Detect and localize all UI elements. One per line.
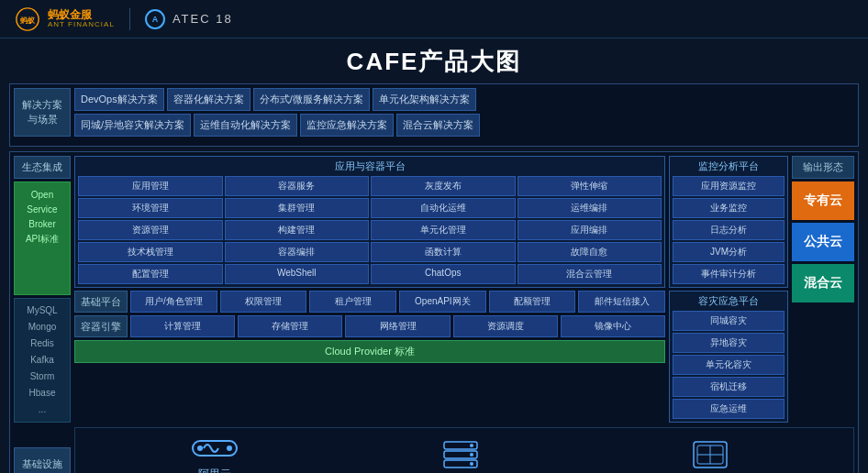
monitor-0: 应用资源监控: [673, 176, 785, 196]
db-list: MySQL Mongo Redis Kafka Storm Hbase ...: [14, 298, 71, 423]
cloud-provider-bar: Cloud Provider 标准: [74, 340, 665, 363]
app-cell-8: 运维编排: [517, 198, 662, 218]
app-cell-14: 容器编排: [225, 242, 370, 262]
sol-devops: DevOps解决方案: [74, 88, 164, 111]
sol-opsauto: 运维自动化解决方案: [194, 114, 297, 137]
svg-point-9: [470, 453, 473, 456]
app-cell-13: 技术栈管理: [78, 242, 223, 262]
container-engine-row: 容器引擎 计算管理 存储管理 网络管理 资源调度 镜像中心: [74, 315, 665, 337]
sol-dr: 同城/异地容灾解决方案: [74, 114, 191, 137]
app-cell-7: 自动化运维: [371, 198, 516, 218]
right-panels: 监控分析平台 应用资源监控 业务监控 日志分析 JVM分析 事件审计分析 容灾应…: [669, 156, 788, 423]
output-hybrid-cloud: 混合云: [792, 264, 854, 302]
header: 蚂蚁 蚂蚁金服 ANT FINANCIAL A ATEC 18: [0, 0, 868, 38]
svg-text:蚂蚁: 蚂蚁: [20, 15, 36, 24]
disaster-title: 容灾应急平台: [673, 294, 785, 308]
infra-physical: 物理机集群: [433, 440, 488, 473]
app-cell-15: 函数计算: [371, 242, 516, 262]
ce-item-1: 存储管理: [238, 315, 342, 337]
infra-section: 基础设施 阿里云 aliyun.com: [14, 427, 854, 473]
ant-brand: 蚂蚁金服: [48, 9, 115, 21]
eco-label: 生态集成: [14, 156, 71, 179]
disaster-2: 单元化容灾: [673, 355, 785, 375]
sol-hybrid: 混合云解决方案: [396, 114, 480, 137]
ant-sub: ANT FINANCIAL: [48, 21, 115, 29]
base-platform-row: 基础平台 用户/角色管理 权限管理 租户管理 OpenAPI网关 配额管理 邮件…: [74, 291, 665, 313]
main-content: 解决方案 与场景 DevOps解决方案 容器化解决方案 分布式/微服务解决方案 …: [0, 83, 868, 473]
middle-section: 生态集成 Open Service Broker API标准 MySQL Mon…: [14, 156, 854, 423]
svg-point-8: [470, 444, 473, 447]
header-divider: [129, 8, 130, 30]
base-platform-items: 用户/角色管理 权限管理 租户管理 OpenAPI网关 配额管理 邮件短信接入: [130, 291, 665, 313]
output-label: 输出形态: [792, 156, 854, 179]
bp-item-3: OpenAPI网关: [399, 291, 486, 313]
app-cell-19: ChatOps: [371, 264, 516, 284]
app-cell-4: 弹性伸缩: [517, 176, 662, 196]
logo-area: 蚂蚁 蚂蚁金服 ANT FINANCIAL A ATEC 18: [15, 6, 233, 32]
output-public-cloud: 公共云: [792, 223, 854, 261]
container-engine-label: 容器引擎: [74, 315, 128, 337]
monitor-4: 事件审计分析: [673, 264, 785, 284]
disaster-0: 同城容灾: [673, 311, 785, 331]
disaster-1: 异地容灾: [673, 333, 785, 353]
app-cell-2: 容器服务: [225, 176, 370, 196]
base-platform-label: 基础平台: [74, 291, 128, 313]
svg-point-4: [227, 446, 232, 451]
bp-item-2: 租户管理: [309, 291, 396, 313]
atec-label: ATEC 18: [172, 12, 233, 26]
ant-financial-icon: 蚂蚁: [15, 6, 40, 32]
disaster-panel: 容灾应急平台 同城容灾 异地容灾 单元化容灾 宿机迁移 应急运维: [669, 291, 788, 423]
monitor-title: 监控分析平台: [673, 160, 785, 173]
container-engine-items: 计算管理 存储管理 网络管理 资源调度 镜像中心: [130, 315, 665, 337]
solutions-grid: DevOps解决方案 容器化解决方案 分布式/微服务解决方案 单元化架构解决方案…: [74, 88, 854, 137]
infra-label: 基础设施: [14, 447, 71, 473]
app-cell-1: 应用管理: [78, 176, 223, 196]
output-private-cloud: 专有云: [792, 182, 854, 220]
infra-items: 阿里云 aliyun.com 物理机集群: [74, 427, 854, 473]
monitor-1: 业务监控: [673, 198, 785, 218]
app-cell-17: 配置管理: [78, 264, 223, 284]
eco-sidebar: 生态集成 Open Service Broker API标准 MySQL Mon…: [14, 156, 71, 423]
sol-microservice: 分布式/微服务解决方案: [253, 88, 370, 111]
ce-item-2: 网络管理: [345, 315, 450, 337]
solutions-section: 解决方案 与场景 DevOps解决方案 容器化解决方案 分布式/微服务解决方案 …: [9, 83, 859, 147]
infra-virtual: 虚拟化平台: [683, 440, 738, 473]
sol-monitor: 监控应急解决方案: [300, 114, 394, 137]
ce-item-4: 镜像中心: [561, 315, 665, 337]
output-sidebar: 输出形态 专有云 公共云 混合云: [792, 156, 854, 423]
disaster-3: 宿机迁移: [673, 377, 785, 397]
monitor-2: 日志分析: [673, 220, 785, 240]
app-cell-9: 资源管理: [78, 220, 223, 240]
app-cell-3: 灰度发布: [371, 176, 516, 196]
app-cell-11: 单元化管理: [371, 220, 516, 240]
ce-item-0: 计算管理: [130, 315, 235, 337]
bp-item-5: 邮件短信接入: [578, 291, 665, 313]
app-grid: 应用管理 容器服务 灰度发布 弹性伸缩 环境管理 集群管理 自动化运维 运维编排…: [78, 176, 662, 284]
bp-item-4: 配额管理: [489, 291, 576, 313]
svg-point-3: [197, 446, 203, 451]
app-cell-10: 构建管理: [225, 220, 370, 240]
page-title: CAFE产品大图: [0, 38, 868, 83]
center-panel: 应用与容器平台 应用管理 容器服务 灰度发布 弹性伸缩 环境管理 集群管理 自动…: [74, 156, 665, 423]
svg-point-10: [470, 462, 473, 466]
physical-cluster-icon: [442, 440, 479, 469]
monitor-grid: 应用资源监控 业务监控 日志分析 JVM分析 事件审计分析: [673, 176, 785, 284]
app-cell-12: 应用编排: [517, 220, 662, 240]
disaster-grid: 同城容灾 异地容灾 单元化容灾 宿机迁移 应急运维: [673, 311, 785, 419]
aliyun-icon: [191, 434, 239, 463]
sol-unitarch: 单元化架构解决方案: [373, 88, 476, 111]
aliyun-text: 阿里云: [198, 467, 231, 473]
disaster-4: 应急运维: [673, 399, 785, 419]
atec-circle-icon: A: [145, 9, 165, 29]
virtual-platform-icon: [692, 440, 729, 469]
monitor-3: JVM分析: [673, 242, 785, 262]
app-cell-6: 集群管理: [225, 198, 370, 218]
solutions-label: 解决方案 与场景: [14, 88, 71, 137]
bp-item-1: 权限管理: [220, 291, 307, 313]
app-platform-title: 应用与容器平台: [78, 160, 662, 173]
monitor-panel: 监控分析平台 应用资源监控 业务监控 日志分析 JVM分析 事件审计分析: [669, 156, 788, 288]
open-service-box: Open Service Broker API标准: [14, 182, 71, 295]
app-cell-20: 混合云管理: [517, 264, 662, 284]
app-cell-16: 故障自愈: [517, 242, 662, 262]
middle-wrapper: 生态集成 Open Service Broker API标准 MySQL Mon…: [9, 151, 859, 473]
